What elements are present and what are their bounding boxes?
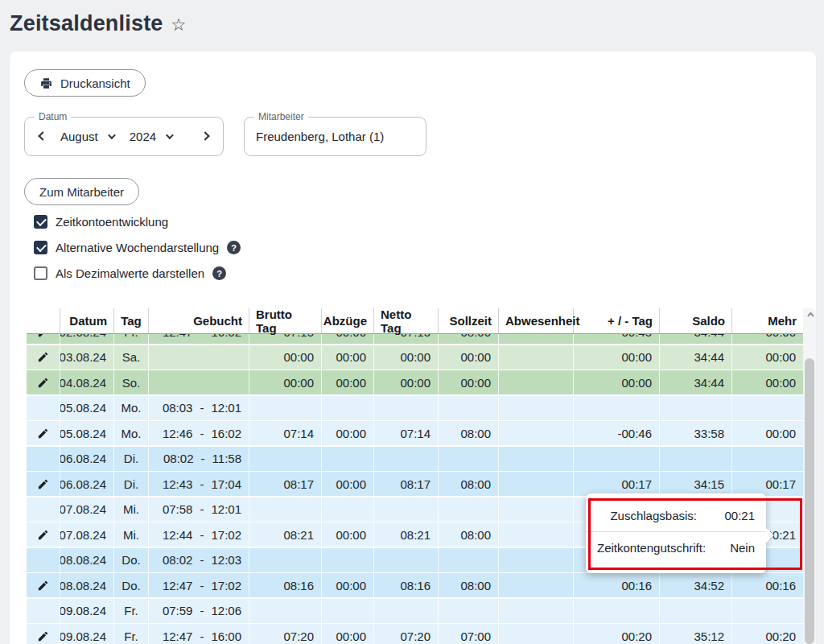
print-view-button[interactable]: Druckansicht (24, 69, 146, 97)
cell-plusminus (574, 599, 660, 623)
checkbox-label: Alternative Wochendarstellung (56, 241, 219, 254)
table-row: 04.08.24So.00:0000:0000:0000:0000:0034:4… (27, 370, 803, 394)
cell-netto: 00:00 (374, 370, 439, 394)
next-month-button[interactable] (199, 130, 212, 142)
cell-soll: 08:00 (439, 573, 499, 597)
cell-gebucht: 08:03-12:01 (149, 396, 249, 420)
page-header: Zeitsaldenliste ☆ (0, 0, 824, 36)
table-row: 05.08.24Mo.12:46-16:0207:1400:0007:1408:… (27, 421, 803, 445)
cell-gebucht: 08:02-12:03 (149, 548, 249, 572)
cell-abwesenheit (499, 345, 574, 369)
to-employee-label: Zum Mitarbeiter (39, 185, 124, 199)
cell-mehr: 00:20 (732, 624, 803, 644)
cell-abwesenheit (499, 396, 574, 420)
column-header-Sollzeit: Sollzeit (439, 308, 499, 333)
help-icon[interactable]: ? (212, 266, 226, 280)
cell-date: 08.08.24 (60, 573, 114, 597)
cell-day: Mi. (114, 497, 149, 522)
cell-netto (374, 548, 439, 572)
edit-icon[interactable] (37, 377, 49, 389)
cell-day: Di. (114, 447, 149, 471)
tooltip-arrow (765, 527, 774, 543)
cell-soll: 07:00 (439, 624, 499, 644)
column-header-Brutto Tag: Brutto Tag (249, 308, 322, 333)
edit-icon[interactable] (37, 580, 49, 592)
table-scrollbar[interactable] (803, 308, 816, 644)
cell-gebucht (149, 345, 249, 369)
scroll-up-button[interactable] (803, 308, 816, 323)
employee-filter[interactable]: Mitarbeiter Freudenberg, Lothar (1) (244, 111, 426, 156)
cell-saldo (660, 447, 732, 471)
cell-abwesenheit (499, 472, 574, 496)
cell-plusminus: -00:46 (574, 421, 660, 445)
cell-date: 07.08.24 (60, 497, 114, 522)
cell-saldo: 33:58 (660, 421, 732, 445)
help-icon[interactable]: ? (227, 241, 241, 254)
favorite-star-icon[interactable]: ☆ (171, 15, 187, 35)
cell-netto (374, 447, 439, 471)
cell-abzuege: 00:00 (322, 421, 374, 445)
cell-soll: 00:00 (439, 345, 499, 369)
cell-abzuege: 00:00 (322, 522, 374, 547)
cell-mehr: 00:16 (732, 573, 803, 597)
edit-icon[interactable] (37, 427, 49, 440)
cell-abwesenheit (499, 447, 574, 471)
cell-abzuege: 00:00 (322, 472, 374, 496)
cell-abwesenheit (499, 548, 574, 572)
edit-cell (27, 522, 60, 547)
edit-icon[interactable] (37, 351, 49, 363)
cell-abzuege (322, 548, 374, 572)
edit-cell (27, 573, 60, 597)
table-row: 09.08.24Fr.07:59-12:06 (27, 599, 803, 623)
cell-gebucht: 12:44-17:02 (149, 522, 249, 547)
cell-brutto: 00:00 (249, 370, 322, 394)
cell-netto: 08:16 (374, 573, 439, 597)
cell-abzuege: 00:00 (322, 345, 374, 369)
tooltip-row: Zeitkontengutschrift: Nein (586, 531, 766, 564)
cell-brutto: 07:14 (249, 421, 322, 445)
cell-soll: 08:00 (439, 421, 499, 445)
cell-soll (439, 497, 499, 522)
month-select[interactable]: August (60, 130, 113, 143)
cell-netto: 07:14 (374, 421, 439, 445)
edit-cell (27, 345, 60, 369)
edit-icon[interactable] (37, 478, 49, 490)
cell-date: 09.08.24 (60, 624, 114, 644)
cell-plusminus (574, 447, 660, 471)
previous-month-button[interactable] (36, 130, 49, 142)
cell-date: 05.08.24 (60, 396, 114, 420)
to-employee-button[interactable]: Zum Mitarbeiter (24, 178, 139, 205)
cell-date: 05.08.24 (60, 421, 114, 445)
column-header-Abzüge: Abzüge (322, 308, 374, 333)
edit-cell (27, 421, 60, 445)
cell-brutto (249, 548, 322, 572)
cell-abzuege (322, 599, 374, 623)
cell-brutto: 08:21 (249, 522, 322, 547)
cell-netto: 00:00 (374, 345, 439, 369)
cell-saldo (660, 599, 732, 623)
cell-plusminus: 00:16 (574, 573, 660, 597)
cell-date: 03.08.24 (60, 345, 114, 369)
page-title: Zeitsaldenliste (10, 11, 163, 36)
column-header-Abwesenheit: Abwesenheit (499, 308, 574, 333)
cell-mehr: 00:00 (732, 345, 803, 369)
scrollbar-thumb[interactable] (805, 358, 814, 644)
print-view-label: Druckansicht (60, 76, 130, 90)
edit-icon[interactable] (37, 529, 49, 541)
cell-mehr: 00:17 (732, 472, 803, 496)
cell-saldo: 34:44 (660, 345, 732, 369)
cell-abwesenheit (499, 599, 574, 623)
cell-day: Sa. (114, 345, 149, 369)
cell-soll: 08:00 (439, 522, 499, 547)
cell-brutto: 08:16 (249, 573, 322, 597)
edit-cell (27, 472, 60, 496)
checkbox-als-dezimalwerte[interactable] (34, 266, 47, 280)
checkbox-alternative-wochendarstellung[interactable] (34, 241, 47, 254)
cell-gebucht: 08:02-11:58 (149, 447, 249, 471)
year-select[interactable]: 2024 (130, 130, 171, 143)
edit-icon[interactable] (37, 630, 49, 642)
checkbox-zeitkontoentwicklung[interactable] (34, 215, 47, 229)
edit-cell (27, 447, 60, 471)
cell-brutto (249, 599, 322, 623)
cell-abwesenheit (499, 624, 574, 644)
